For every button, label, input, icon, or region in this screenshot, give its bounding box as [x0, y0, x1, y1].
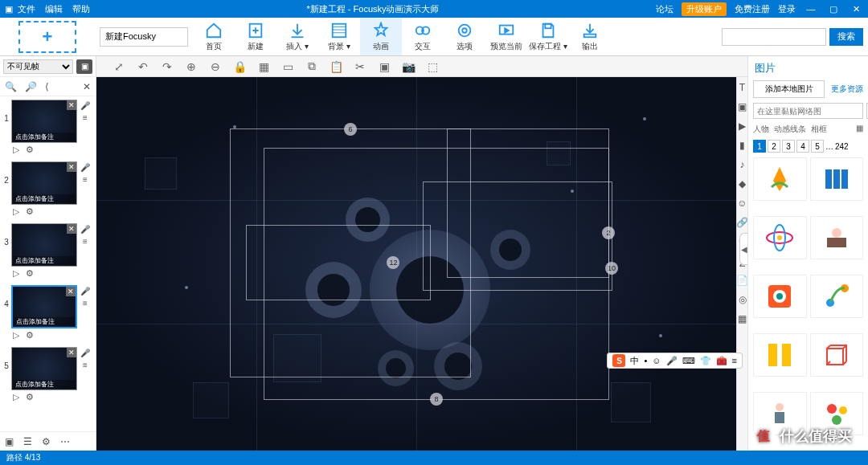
- tool-insert[interactable]: 插入 ▾: [276, 18, 318, 55]
- gallery-item[interactable]: [753, 275, 807, 318]
- slide-preview[interactable]: ✕ 点击添加备注: [11, 161, 77, 205]
- slide-caption[interactable]: 点击添加备注: [14, 256, 75, 265]
- tool-save[interactable]: 保存工程 ▾: [527, 18, 569, 55]
- gear-icon[interactable]: ⚙: [26, 268, 34, 279]
- project-name-input[interactable]: [100, 27, 188, 47]
- page-2[interactable]: 2: [768, 140, 780, 153]
- mic-icon[interactable]: 🎤: [80, 349, 90, 357]
- image-tool-icon[interactable]: ▣: [738, 101, 747, 112]
- slide-caption[interactable]: 点击添加备注: [14, 133, 75, 141]
- visibility-select[interactable]: 不可见帧: [3, 59, 73, 74]
- close-icon[interactable]: ✕: [66, 287, 76, 296]
- close-icon[interactable]: ✕: [67, 348, 76, 357]
- slide-caption[interactable]: 点击添加备注: [14, 194, 75, 203]
- text-tool-icon[interactable]: T: [739, 82, 745, 93]
- gear-icon[interactable]: ⚙: [26, 392, 34, 402]
- collapse-icon[interactable]: ⟨: [45, 81, 49, 92]
- tab-people[interactable]: 人物: [753, 124, 769, 135]
- add-local-image-button[interactable]: 添加本地图片: [753, 80, 825, 98]
- mic-icon[interactable]: 🎤: [80, 163, 90, 172]
- play-icon[interactable]: ▷: [13, 392, 19, 402]
- cut-icon[interactable]: ✂: [354, 60, 366, 73]
- minimize-button[interactable]: —: [804, 4, 818, 14]
- link-login[interactable]: 登录: [778, 3, 796, 15]
- gallery-item[interactable]: [810, 275, 864, 318]
- note-icon[interactable]: ≡: [83, 237, 88, 246]
- ime-settings-icon[interactable]: ≡: [732, 356, 737, 365]
- link-register[interactable]: 免费注册: [735, 3, 770, 15]
- gallery-item[interactable]: [753, 333, 807, 377]
- slide-thumb[interactable]: 3 ✕ 点击添加备注 🎤 ≡: [0, 220, 96, 268]
- grid-icon[interactable]: ▦: [257, 60, 270, 73]
- slide-preview[interactable]: ✕ 点击添加备注: [11, 347, 77, 390]
- play-icon[interactable]: ▷: [13, 145, 19, 155]
- more-icon[interactable]: ⋯: [60, 436, 70, 447]
- new-slide-box[interactable]: +: [0, 18, 95, 55]
- zoom-out-small-icon[interactable]: 🔎: [25, 81, 37, 92]
- lock-icon[interactable]: 🔒: [233, 60, 246, 73]
- menu-help[interactable]: 帮助: [72, 3, 90, 15]
- slide-preview[interactable]: ✕ 点击添加备注: [11, 100, 77, 143]
- gallery-item[interactable]: [753, 216, 807, 259]
- gear-icon[interactable]: ⚙: [26, 206, 34, 217]
- close-icon[interactable]: ✕: [67, 224, 76, 234]
- canvas-frame[interactable]: 8: [264, 148, 609, 400]
- paste-icon[interactable]: 📋: [330, 60, 342, 73]
- slide-preview[interactable]: ✕ 点击添加备注: [11, 223, 77, 267]
- ime-lang[interactable]: 中: [630, 355, 639, 367]
- play-icon[interactable]: ▷: [13, 268, 19, 279]
- menu-file[interactable]: 文件: [18, 3, 35, 15]
- tool-interact[interactable]: 交互: [402, 18, 444, 55]
- ime-keyboard-icon[interactable]: ⌨: [682, 356, 695, 366]
- close-panel-icon[interactable]: ✕: [83, 81, 91, 92]
- settings-icon[interactable]: ⚙: [42, 436, 51, 447]
- tool-export[interactable]: 输出: [569, 18, 611, 55]
- image-url-input[interactable]: [753, 103, 863, 119]
- search-input[interactable]: [722, 28, 826, 46]
- note-icon[interactable]: ≡: [83, 299, 88, 308]
- symbol-tool-icon[interactable]: ◎: [739, 294, 747, 305]
- menu-edit[interactable]: 编辑: [45, 3, 63, 15]
- play-icon[interactable]: ▷: [13, 206, 19, 217]
- gallery-item[interactable]: [753, 157, 807, 201]
- page-4[interactable]: 4: [796, 140, 809, 153]
- mic-icon[interactable]: 🎤: [80, 101, 90, 110]
- slide-thumb[interactable]: 2 ✕ 点击添加备注 🎤 ≡: [0, 158, 96, 206]
- note-icon[interactable]: ≡: [83, 175, 88, 184]
- gallery-item[interactable]: [810, 157, 864, 201]
- mic-icon[interactable]: 🎤: [80, 225, 90, 234]
- group-icon[interactable]: ▣: [378, 60, 391, 73]
- doc-tool-icon[interactable]: 📄: [736, 275, 748, 286]
- ime-toolbox-icon[interactable]: 🧰: [716, 356, 727, 366]
- zoom-in-icon[interactable]: ⊕: [185, 60, 198, 73]
- page-3[interactable]: 3: [782, 140, 795, 153]
- widget-tool-icon[interactable]: ▦: [738, 313, 747, 324]
- role-tool-icon[interactable]: ☺: [737, 198, 747, 209]
- expand-handle[interactable]: ◀: [739, 233, 747, 265]
- slide-caption[interactable]: 点击添加备注: [14, 317, 74, 326]
- video-tool-icon[interactable]: ▶: [739, 120, 746, 132]
- ime-bar[interactable]: S 中 • ☺ 🎤 ⌨ 👕 🧰 ≡: [607, 353, 743, 369]
- camera-icon[interactable]: 📷: [402, 60, 415, 73]
- ime-emoji-icon[interactable]: ☺: [652, 356, 661, 365]
- play-icon[interactable]: ▷: [13, 330, 19, 341]
- layer-icon[interactable]: ▣: [5, 436, 14, 447]
- tool-home[interactable]: 首页: [193, 18, 235, 55]
- note-icon[interactable]: ≡: [83, 361, 88, 369]
- canvas[interactable]: 6212108: [96, 77, 736, 451]
- upgrade-button[interactable]: 升级账户: [682, 2, 727, 16]
- tab-frames[interactable]: 相框: [811, 124, 827, 135]
- fit-icon[interactable]: ⤢: [113, 60, 125, 73]
- gallery-item[interactable]: [810, 333, 864, 377]
- page-1[interactable]: 1: [753, 140, 766, 153]
- ime-mic-icon[interactable]: 🎤: [666, 356, 678, 366]
- list-icon[interactable]: ☰: [23, 436, 32, 447]
- page-5[interactable]: 5: [811, 140, 824, 153]
- link-tool-icon[interactable]: 🔗: [736, 217, 748, 228]
- slide-thumb[interactable]: 1 ✕ 点击添加备注 🎤 ≡: [0, 96, 96, 145]
- search-button[interactable]: 搜索: [829, 28, 863, 46]
- more-resources-link[interactable]: 更多资源: [831, 84, 863, 95]
- undo-icon[interactable]: ↶: [137, 60, 149, 73]
- copy-icon[interactable]: ⧉: [305, 59, 318, 73]
- ruler-icon[interactable]: ▭: [281, 60, 294, 73]
